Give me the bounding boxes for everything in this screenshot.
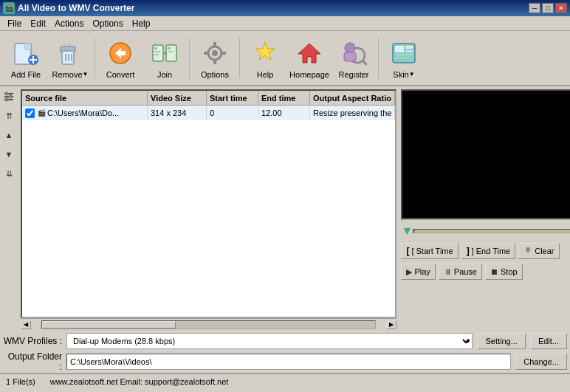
edit-button[interactable]: Edit... xyxy=(530,333,567,349)
menu-bar: File Edit Actions Options Help xyxy=(0,16,570,31)
skin-label: Skin xyxy=(393,70,408,79)
pause-icon: ⏸ xyxy=(444,267,452,276)
svg-rect-14 xyxy=(154,47,157,49)
folder-input[interactable] xyxy=(66,354,511,370)
play-button[interactable]: ▶ Play xyxy=(401,264,435,280)
window-title: All Video to WMV Converter xyxy=(18,3,134,13)
cell-end: 12.00 xyxy=(258,107,310,119)
row-checkbox[interactable] xyxy=(25,109,35,118)
clear-button[interactable]: Clear xyxy=(518,243,559,259)
close-button[interactable]: ✕ xyxy=(555,3,567,13)
setting-button[interactable]: Setting... xyxy=(477,333,525,349)
svg-rect-16 xyxy=(154,54,159,55)
col-header-start: Start time xyxy=(207,91,258,105)
add-file-button[interactable]: Add File xyxy=(4,34,47,82)
end-time-button[interactable]: ] ] End Time xyxy=(461,243,516,259)
sidebar-up-icon[interactable]: ▲ xyxy=(1,128,16,142)
options-icon xyxy=(200,38,230,68)
svg-rect-26 xyxy=(222,52,226,55)
maximize-button[interactable]: □ xyxy=(542,3,554,13)
file-icon: 🎬 xyxy=(38,109,46,117)
scrollbar-thumb[interactable] xyxy=(42,321,176,329)
minimize-button[interactable]: ─ xyxy=(529,3,540,13)
time-controls-row: [ [ Start Time ] ] End Time Clear xyxy=(401,242,570,260)
sidebar-settings-icon[interactable] xyxy=(1,89,16,104)
svg-rect-34 xyxy=(405,46,413,49)
svg-rect-23 xyxy=(213,42,216,47)
register-button[interactable]: Register xyxy=(332,34,375,82)
sidebar-bottom-icon[interactable]: ⇊ xyxy=(1,166,16,181)
toolbar-separator-4 xyxy=(378,38,380,78)
register-icon xyxy=(339,38,368,68)
homepage-label: Homepage xyxy=(289,70,329,79)
preview-video xyxy=(401,89,570,220)
clear-icon xyxy=(523,246,532,256)
sidebar-down-icon[interactable]: ▼ xyxy=(1,147,16,162)
svg-marker-27 xyxy=(255,42,275,60)
svg-rect-35 xyxy=(405,50,413,52)
change-button[interactable]: Change... xyxy=(515,354,567,370)
table-header: Source file Video Size Start time End ti… xyxy=(22,91,395,106)
website-info: www.zealotsoft.net Email: support@zealot… xyxy=(50,377,229,386)
scroll-right[interactable]: ▶ xyxy=(386,320,396,329)
menu-actions[interactable]: Actions xyxy=(50,17,88,30)
help-button[interactable]: Help xyxy=(244,34,286,82)
clear-label: Clear xyxy=(535,247,554,255)
svg-rect-15 xyxy=(154,51,160,52)
start-time-button[interactable]: [ [ Start Time xyxy=(401,243,458,259)
convert-button[interactable]: Convert xyxy=(99,34,142,82)
pause-button[interactable]: ⏸ Pause xyxy=(439,264,482,280)
folder-row: Output Folder : Change... xyxy=(3,353,567,371)
menu-file[interactable]: File xyxy=(3,17,26,30)
svg-rect-44 xyxy=(526,247,529,250)
svg-point-42 xyxy=(9,95,12,98)
cell-start: 0 xyxy=(207,107,258,119)
register-label: Register xyxy=(339,70,369,79)
svg-point-43 xyxy=(5,98,8,101)
progress-position xyxy=(413,230,415,233)
progress-track[interactable] xyxy=(413,229,570,233)
help-label: Help xyxy=(257,70,274,79)
col-header-aspect: Output Aspect Ratio xyxy=(310,91,395,105)
profile-label: WMV Profiles : xyxy=(3,336,62,346)
profile-select-wrapper: Dial-up Modems (28.8 kbps) xyxy=(66,333,473,349)
end-bracket-icon: ] xyxy=(467,246,470,256)
svg-point-22 xyxy=(212,50,218,56)
stop-button[interactable]: ⏹ Stop xyxy=(485,264,523,280)
sidebar-top-icon[interactable]: ⇈ xyxy=(1,109,16,123)
svg-rect-31 xyxy=(344,52,356,61)
profile-row: WMV Profiles : Dial-up Modems (28.8 kbps… xyxy=(3,332,567,350)
svg-rect-24 xyxy=(213,60,216,64)
bottom-area: WMV Profiles : Dial-up Modems (28.8 kbps… xyxy=(0,330,570,373)
svg-rect-18 xyxy=(168,47,171,49)
h-scrollbar[interactable] xyxy=(41,320,376,329)
homepage-button[interactable]: Homepage xyxy=(288,34,331,82)
toolbar-separator-2 xyxy=(189,38,190,78)
profile-select[interactable]: Dial-up Modems (28.8 kbps) xyxy=(66,333,473,349)
menu-edit[interactable]: Edit xyxy=(26,17,50,30)
folder-label: Output Folder : xyxy=(3,351,62,372)
options-button[interactable]: Options xyxy=(193,34,236,82)
join-label: Join xyxy=(157,70,172,79)
preview-controls: ▼ [ [ Start Time ] ] End Time xyxy=(401,223,570,281)
scrollbar-area: ◀ ▶ xyxy=(21,318,396,330)
convert-label: Convert xyxy=(106,70,135,79)
status-bar: 1 File(s) www.zealotsoft.net Email: supp… xyxy=(0,373,570,389)
convert-icon xyxy=(106,38,135,68)
col-header-source: Source file xyxy=(22,91,148,105)
add-file-label: Add File xyxy=(11,70,41,79)
remove-button[interactable]: Remove ▼ xyxy=(49,34,92,82)
join-button[interactable]: Join xyxy=(143,34,186,82)
cell-aspect: Resize preserving the xyxy=(310,107,395,119)
table-row[interactable]: 🎬 C:\Users\Mora\Do... 314 x 234 0 12.00 … xyxy=(22,106,395,120)
toolbar: Add File Remove ▼ Convert xyxy=(0,31,570,86)
menu-options[interactable]: Options xyxy=(88,17,127,30)
homepage-icon xyxy=(295,38,324,68)
menu-help[interactable]: Help xyxy=(128,17,155,30)
scroll-left[interactable]: ◀ xyxy=(21,320,31,329)
file-list-panel: Source file Video Size Start time End ti… xyxy=(18,86,399,330)
toolbar-separator-3 xyxy=(239,38,241,78)
skin-button[interactable]: Skin ▼ xyxy=(382,34,425,82)
svg-rect-33 xyxy=(395,46,404,52)
main-content: ⇈ ▲ ▼ ⇊ Source file Video Size Start tim… xyxy=(0,86,570,330)
